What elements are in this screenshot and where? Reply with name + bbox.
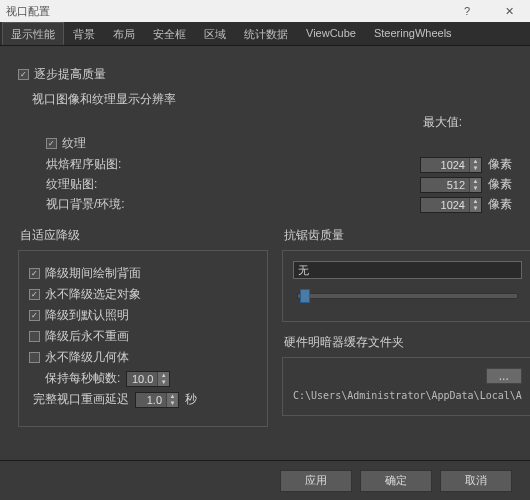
cache-path: C:\Users\Administrator\AppData\Local\A <box>293 390 522 401</box>
tab-display-performance[interactable]: 显示性能 <box>2 22 64 45</box>
unit-label: 像素 <box>488 176 512 193</box>
spinner-up-icon[interactable]: ▲ <box>157 372 169 379</box>
texture-label: 纹理 <box>62 135 86 152</box>
checkbox-icon <box>29 289 40 300</box>
checkbox-icon <box>46 138 57 149</box>
adaptive-item-1[interactable]: 永不降级选定对象 <box>29 286 257 303</box>
unit-label: 像素 <box>488 196 512 213</box>
redraw-label: 完整视口重画延迟 <box>33 391 129 408</box>
lower-groups: 自适应降级 降级期间绘制背面 永不降级选定对象 降级到默认照明 降级后永不重画 … <box>18 227 512 427</box>
adaptive-item-4[interactable]: 永不降级几何体 <box>29 349 257 366</box>
baked-maps-label: 烘焙程序贴图: <box>46 156 121 173</box>
checkbox-icon <box>29 331 40 342</box>
spinner-up-icon[interactable]: ▲ <box>469 178 481 185</box>
spinner-up-icon[interactable]: ▲ <box>469 158 481 165</box>
titlebar: 视口配置 ? ✕ <box>0 0 530 22</box>
fps-row: 保持每秒帧数: 10.0 ▲▼ <box>45 370 257 387</box>
texture-maps-row: 纹理贴图: 512 ▲▼ 像素 <box>46 176 512 193</box>
spinner-down-icon[interactable]: ▼ <box>469 165 481 172</box>
checkbox-icon <box>18 69 29 80</box>
antialias-box: 无 <box>282 250 530 322</box>
cancel-button[interactable]: 取消 <box>440 470 512 492</box>
redraw-row: 完整视口重画延迟 1.0 ▲▼ 秒 <box>33 391 257 408</box>
antialias-title: 抗锯齿质量 <box>284 227 530 244</box>
redraw-unit: 秒 <box>185 391 197 408</box>
cache-box: ... C:\Users\Administrator\AppData\Local… <box>282 357 530 416</box>
viewport-bg-row: 视口背景/环境: 1024 ▲▼ 像素 <box>46 196 512 213</box>
progressive-quality-check[interactable]: 逐步提高质量 <box>18 66 512 83</box>
checkbox-icon <box>29 352 40 363</box>
tab-statistics[interactable]: 统计数据 <box>235 22 297 45</box>
unit-label: 像素 <box>488 156 512 173</box>
tab-regions[interactable]: 区域 <box>195 22 235 45</box>
spinner-down-icon[interactable]: ▼ <box>157 379 169 386</box>
viewport-bg-label: 视口背景/环境: <box>46 196 125 213</box>
apply-button[interactable]: 应用 <box>280 470 352 492</box>
baked-maps-row: 烘焙程序贴图: 1024 ▲▼ 像素 <box>46 156 512 173</box>
spinner-down-icon[interactable]: ▼ <box>166 400 178 407</box>
help-button[interactable]: ? <box>446 0 488 22</box>
titlebar-controls: ? ✕ <box>446 0 530 22</box>
checkbox-icon <box>29 310 40 321</box>
viewport-bg-spinner[interactable]: 1024 ▲▼ <box>420 197 482 213</box>
adaptive-item-2[interactable]: 降级到默认照明 <box>29 307 257 324</box>
ok-button[interactable]: 确定 <box>360 470 432 492</box>
antialias-slider[interactable] <box>297 293 518 299</box>
adaptive-box: 降级期间绘制背面 永不降级选定对象 降级到默认照明 降级后永不重画 永不降级几何… <box>18 250 268 427</box>
progressive-label: 逐步提高质量 <box>34 66 106 83</box>
resolution-heading: 视口图像和纹理显示分辨率 <box>32 91 512 108</box>
close-button[interactable]: ✕ <box>488 0 530 22</box>
footer: 应用 确定 取消 <box>0 460 530 500</box>
slider-thumb-icon[interactable] <box>300 289 310 303</box>
checkbox-icon <box>29 268 40 279</box>
texture-check[interactable]: 纹理 <box>46 135 512 152</box>
texture-maps-spinner[interactable]: 512 ▲▼ <box>420 177 482 193</box>
redraw-spinner[interactable]: 1.0 ▲▼ <box>135 392 179 408</box>
fps-spinner[interactable]: 10.0 ▲▼ <box>126 371 170 387</box>
spinner-up-icon[interactable]: ▲ <box>469 198 481 205</box>
tab-layout[interactable]: 布局 <box>104 22 144 45</box>
tab-steeringwheels[interactable]: SteeringWheels <box>365 22 461 45</box>
baked-maps-spinner[interactable]: 1024 ▲▼ <box>420 157 482 173</box>
antialias-dropdown[interactable]: 无 <box>293 261 522 279</box>
tabs: 显示性能 背景 布局 安全框 区域 统计数据 ViewCube Steering… <box>0 22 530 46</box>
spinner-up-icon[interactable]: ▲ <box>166 393 178 400</box>
browse-button[interactable]: ... <box>486 368 522 384</box>
fps-label: 保持每秒帧数: <box>45 370 120 387</box>
adaptive-item-0[interactable]: 降级期间绘制背面 <box>29 265 257 282</box>
spinner-down-icon[interactable]: ▼ <box>469 185 481 192</box>
spinner-down-icon[interactable]: ▼ <box>469 205 481 212</box>
tab-viewcube[interactable]: ViewCube <box>297 22 365 45</box>
texture-maps-label: 纹理贴图: <box>46 176 97 193</box>
max-value-label: 最大值: <box>423 114 462 131</box>
adaptive-title: 自适应降级 <box>20 227 268 244</box>
adaptive-item-3[interactable]: 降级后永不重画 <box>29 328 257 345</box>
tab-safeframe[interactable]: 安全框 <box>144 22 195 45</box>
content: 逐步提高质量 视口图像和纹理显示分辨率 最大值: 纹理 烘焙程序贴图: 1024… <box>0 46 530 443</box>
cache-title: 硬件明暗器缓存文件夹 <box>284 334 530 351</box>
tab-background[interactable]: 背景 <box>64 22 104 45</box>
window-title: 视口配置 <box>6 4 50 19</box>
